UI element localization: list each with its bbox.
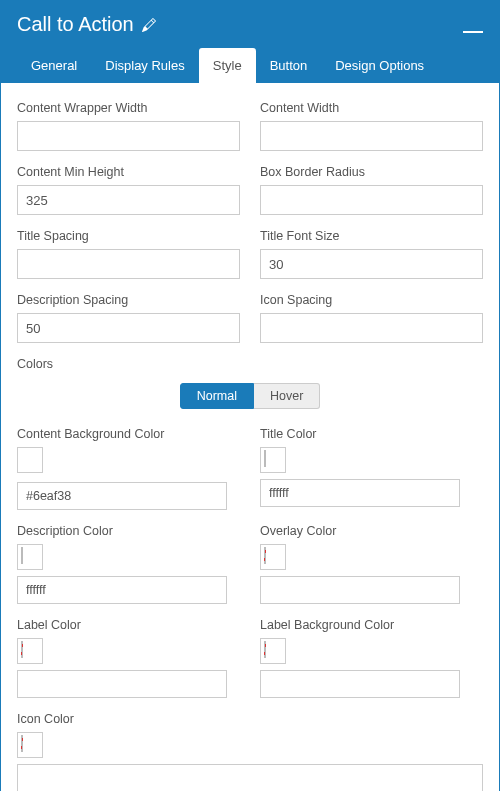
label-color-label: Label Color <box>17 618 240 632</box>
description-color-input[interactable] <box>17 576 227 604</box>
label-bg-color-swatch[interactable] <box>260 638 286 664</box>
tab-button[interactable]: Button <box>256 48 322 83</box>
icon-color-swatch[interactable] <box>17 732 43 758</box>
title-spacing-label: Title Spacing <box>17 229 240 243</box>
settings-panel: Call to Action — General Display Rules S… <box>0 0 500 791</box>
panel-header: Call to Action — General Display Rules S… <box>1 1 499 83</box>
box-border-radius-input[interactable] <box>260 185 483 215</box>
overlay-color-input[interactable] <box>260 576 460 604</box>
content-bg-swatch[interactable] <box>17 447 43 473</box>
description-spacing-label: Description Spacing <box>17 293 240 307</box>
content-bg-color-input[interactable] <box>17 482 227 510</box>
description-spacing-input[interactable] <box>17 313 240 343</box>
colors-section-label: Colors <box>17 357 483 371</box>
content-width-label: Content Width <box>260 101 483 115</box>
box-border-radius-label: Box Border Radius <box>260 165 483 179</box>
tab-general[interactable]: General <box>17 48 91 83</box>
icon-color-label: Icon Color <box>17 712 483 726</box>
icon-color-input[interactable] <box>17 764 483 791</box>
title-font-size-label: Title Font Size <box>260 229 483 243</box>
panel-content: Content Wrapper Width Content Width Cont… <box>1 83 499 791</box>
content-width-input[interactable] <box>260 121 483 151</box>
content-wrapper-width-label: Content Wrapper Width <box>17 101 240 115</box>
content-min-height-label: Content Min Height <box>17 165 240 179</box>
tab-style[interactable]: Style <box>199 48 256 83</box>
description-color-swatch[interactable] <box>17 544 43 570</box>
title-row: Call to Action — <box>17 13 483 48</box>
minimize-button[interactable]: — <box>463 19 483 42</box>
title-color-input[interactable] <box>260 479 460 507</box>
pencil-icon <box>142 18 156 32</box>
tab-design-options[interactable]: Design Options <box>321 48 438 83</box>
overlay-color-label: Overlay Color <box>260 524 483 538</box>
title-color-swatch[interactable] <box>260 447 286 473</box>
toggle-hover[interactable]: Hover <box>254 383 320 409</box>
tabs-nav: General Display Rules Style Button Desig… <box>17 48 483 83</box>
title-color-label: Title Color <box>260 427 483 441</box>
label-color-swatch[interactable] <box>17 638 43 664</box>
content-wrapper-width-input[interactable] <box>17 121 240 151</box>
toggle-normal[interactable]: Normal <box>180 383 254 409</box>
content-bg-color-label: Content Background Color <box>17 427 240 441</box>
overlay-color-swatch[interactable] <box>260 544 286 570</box>
panel-title: Call to Action <box>17 13 156 36</box>
icon-spacing-label: Icon Spacing <box>260 293 483 307</box>
title-spacing-input[interactable] <box>17 249 240 279</box>
icon-spacing-input[interactable] <box>260 313 483 343</box>
description-color-label: Description Color <box>17 524 240 538</box>
label-bg-color-label: Label Background Color <box>260 618 483 632</box>
label-color-input[interactable] <box>17 670 227 698</box>
label-bg-color-input[interactable] <box>260 670 460 698</box>
color-state-toggle: Normal Hover <box>17 383 483 409</box>
title-text: Call to Action <box>17 13 134 36</box>
tab-display-rules[interactable]: Display Rules <box>91 48 198 83</box>
content-min-height-input[interactable] <box>17 185 240 215</box>
title-font-size-input[interactable] <box>260 249 483 279</box>
